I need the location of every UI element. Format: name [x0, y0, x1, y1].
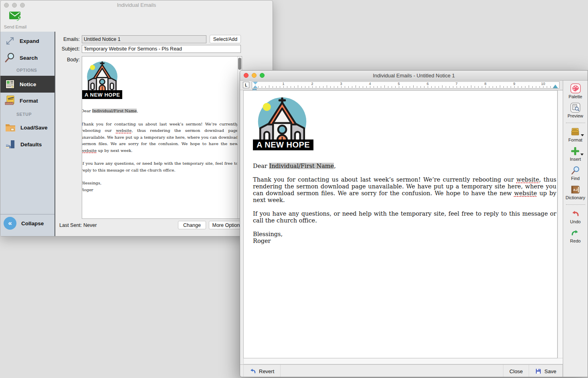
email-body-preview: Dear Individual/First Name, Thank you fo… — [82, 108, 238, 193]
sidebar-item-defaults[interactable]: Defaults — [0, 136, 55, 153]
ruler-strip[interactable]: 12345678910 — [252, 81, 560, 89]
church-logo: A NEW HOPE — [253, 93, 311, 152]
bottom-bar-spacer — [281, 365, 503, 377]
ruler-number: 2 — [311, 82, 313, 86]
sidebar-header-setup: SETUP — [0, 112, 55, 117]
redo-tool[interactable]: Redo — [570, 228, 580, 243]
ruler-number: 3 — [340, 82, 342, 86]
redo-icon — [571, 229, 580, 237]
tool-palette-column: Palette Preview — [563, 81, 588, 377]
format-stack-icon — [571, 127, 580, 136]
logo-banner: A NEW HOPE — [82, 90, 122, 99]
toolbar-divider — [566, 204, 585, 205]
undo-icon — [571, 210, 580, 218]
subject-label: Subject: — [57, 46, 80, 52]
ruler-number: 8 — [484, 82, 486, 86]
front-bottom-bar: Revert Close Save — [240, 364, 563, 377]
ruler-number: 1 — [282, 82, 284, 86]
back-window-title: Individual Emails — [0, 2, 273, 8]
select-add-button[interactable]: Select/Add — [210, 35, 241, 43]
ruler-number: 9 — [513, 82, 515, 86]
last-sent-value: Never — [83, 222, 97, 228]
first-line-indent-marker[interactable] — [253, 82, 258, 85]
body-editor-preview[interactable]: A NEW HOPE Dear Individual/First Name, T… — [82, 56, 242, 219]
revert-icon — [250, 368, 256, 374]
ruler-bar: L 12345678910 — [240, 81, 563, 90]
front-window-title: Individual Emails - Untitled Notice 1 — [240, 73, 588, 79]
back-titlebar[interactable]: Individual Emails — [0, 0, 273, 10]
sidebar-item-expand[interactable]: Expand — [0, 32, 55, 49]
dictionary-tool[interactable]: A-Z Dictionary — [566, 184, 585, 200]
ruler-number: 7 — [455, 82, 457, 86]
sidebar: Expand Search OPTIONS — [0, 32, 55, 236]
dictionary-icon: A-Z — [570, 185, 580, 194]
insert-tool[interactable]: Insert — [570, 146, 581, 162]
notice-icon — [4, 79, 16, 89]
undo-tool[interactable]: Undo — [570, 208, 580, 224]
tab-stop-button[interactable]: L — [243, 82, 249, 88]
toolbar-divider — [566, 123, 585, 123]
ruler-number: 6 — [426, 82, 428, 86]
send-email-button[interactable]: Send Email — [3, 11, 28, 29]
back-window: Individual Emails Send Email Expand — [0, 0, 273, 237]
front-titlebar[interactable]: Individual Emails - Untitled Notice 1 — [240, 71, 588, 81]
revert-button[interactable]: Revert — [243, 365, 281, 377]
body-scrollbar-thumb[interactable] — [238, 58, 241, 70]
svg-text:A-Z: A-Z — [573, 188, 578, 191]
email-body: Dear Individual/First Name, Thank you fo… — [253, 163, 556, 245]
folder-icon — [4, 122, 16, 133]
editor-horizontal-scrollbar[interactable] — [243, 358, 563, 364]
editor-vertical-scrollbar[interactable] — [558, 90, 563, 358]
front-window: Individual Emails - Untitled Notice 1 L … — [240, 70, 588, 377]
palette-tool[interactable]: Palette — [568, 83, 582, 99]
format-icon — [4, 95, 16, 106]
editor-wrap: A NEW HOPE Dear Individual/First Name, T… — [243, 90, 563, 358]
preview-icon — [570, 103, 580, 113]
logo-banner: A NEW HOPE — [253, 139, 313, 150]
palette-icon — [570, 83, 581, 93]
emails-label: Emails: — [57, 36, 80, 42]
expand-icon — [4, 35, 16, 46]
defaults-icon — [4, 139, 16, 150]
last-sent-row: Last Sent: Never Change More Options — [0, 221, 273, 230]
emails-field[interactable]: Untitled Notice 1 — [82, 35, 206, 43]
sidebar-item-load-save[interactable]: Load/Save — [0, 119, 55, 136]
send-email-label: Send Email — [3, 24, 28, 29]
ruler-number: 10 — [541, 82, 545, 86]
sidebar-item-notice[interactable]: Notice — [0, 76, 55, 93]
chevron-down-icon — [581, 134, 584, 136]
save-button[interactable]: Save — [529, 365, 563, 377]
close-button[interactable]: Close — [503, 365, 529, 377]
last-sent-label: Last Sent: — [59, 222, 82, 228]
left-indent-marker[interactable] — [253, 85, 258, 88]
sidebar-item-search[interactable]: Search — [0, 49, 55, 66]
insert-plus-icon — [570, 146, 580, 156]
sidebar-header-options: OPTIONS — [0, 68, 55, 73]
subject-value: Temporary Website For Sermons - Pls Read — [84, 46, 182, 52]
save-icon — [535, 368, 542, 374]
find-tool[interactable]: Find — [571, 165, 580, 181]
right-indent-marker[interactable] — [553, 85, 558, 88]
change-button[interactable]: Change — [178, 221, 206, 229]
search-icon — [4, 52, 16, 63]
merge-field: Individual/First Name — [269, 163, 334, 169]
ruler-number: 4 — [369, 82, 371, 86]
preview-tool[interactable]: Preview — [568, 103, 583, 118]
ruler-number: 5 — [398, 82, 400, 86]
sidebar-item-format[interactable]: Format — [0, 92, 55, 109]
find-icon — [571, 166, 580, 175]
email-editor[interactable]: A NEW HOPE Dear Individual/First Name, T… — [243, 90, 558, 358]
subject-field[interactable]: Temporary Website For Sermons - Pls Read — [82, 45, 241, 53]
merge-field: Individual/First Name — [92, 109, 137, 113]
emails-value: Untitled Notice 1 — [84, 36, 121, 42]
format-tool[interactable]: Format — [568, 127, 582, 142]
body-label: Body: — [57, 57, 80, 63]
chevron-down-icon — [580, 154, 584, 156]
church-logo: A NEW HOPE — [84, 59, 121, 102]
send-email-icon — [8, 11, 22, 22]
